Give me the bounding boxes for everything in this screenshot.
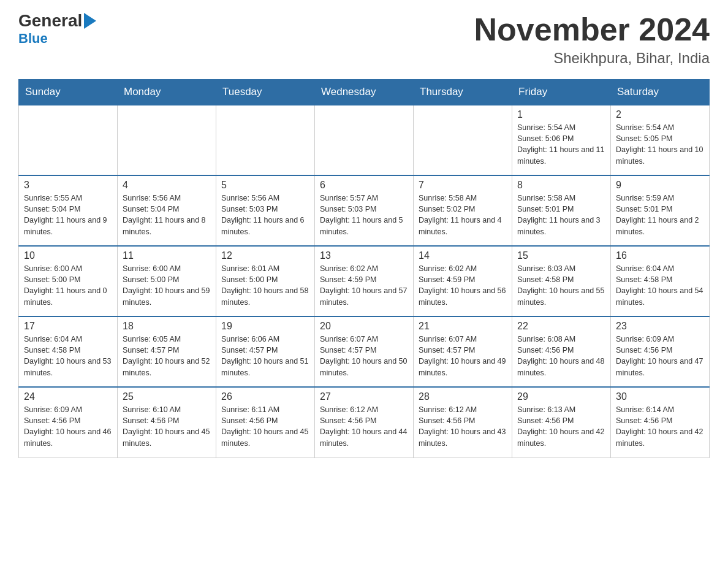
day-cell: 18Sunrise: 6:05 AM Sunset: 4:57 PM Dayli… [118, 316, 216, 387]
day-info: Sunrise: 6:01 AM Sunset: 5:00 PM Dayligh… [221, 263, 309, 308]
day-cell: 14Sunrise: 6:02 AM Sunset: 4:59 PM Dayli… [414, 246, 512, 316]
day-number: 26 [221, 391, 309, 402]
day-number: 3 [24, 180, 112, 191]
day-number: 11 [123, 250, 211, 261]
week-row-1: 1Sunrise: 5:54 AM Sunset: 5:06 PM Daylig… [19, 105, 710, 175]
day-cell: 8Sunrise: 5:58 AM Sunset: 5:01 PM Daylig… [512, 175, 611, 246]
day-info: Sunrise: 6:10 AM Sunset: 4:56 PM Dayligh… [123, 404, 211, 449]
day-cell: 6Sunrise: 5:57 AM Sunset: 5:03 PM Daylig… [315, 175, 414, 246]
day-cell: 19Sunrise: 6:06 AM Sunset: 4:57 PM Dayli… [216, 316, 315, 387]
day-number: 30 [616, 391, 704, 402]
day-header-thursday: Thursday [414, 80, 512, 105]
day-cell [19, 105, 118, 175]
day-number: 9 [616, 180, 704, 191]
day-number: 22 [517, 321, 605, 332]
day-info: Sunrise: 5:56 AM Sunset: 5:04 PM Dayligh… [123, 193, 211, 237]
day-cell [216, 105, 315, 175]
day-cell: 12Sunrise: 6:01 AM Sunset: 5:00 PM Dayli… [216, 246, 315, 316]
day-info: Sunrise: 6:12 AM Sunset: 4:56 PM Dayligh… [419, 404, 507, 449]
day-number: 18 [123, 321, 211, 332]
day-number: 21 [419, 321, 507, 332]
day-info: Sunrise: 6:13 AM Sunset: 4:56 PM Dayligh… [517, 404, 605, 449]
day-number: 6 [320, 180, 408, 191]
day-info: Sunrise: 6:04 AM Sunset: 4:58 PM Dayligh… [24, 334, 112, 378]
logo-blue-text: Blue [18, 31, 48, 47]
days-header-row: SundayMondayTuesdayWednesdayThursdayFrid… [19, 80, 710, 105]
day-cell: 21Sunrise: 6:07 AM Sunset: 4:57 PM Dayli… [414, 316, 512, 387]
day-number: 14 [419, 250, 507, 261]
day-info: Sunrise: 6:07 AM Sunset: 4:57 PM Dayligh… [320, 334, 408, 378]
day-info: Sunrise: 6:06 AM Sunset: 4:57 PM Dayligh… [221, 334, 309, 378]
day-info: Sunrise: 6:09 AM Sunset: 4:56 PM Dayligh… [616, 334, 704, 378]
day-number: 28 [419, 391, 507, 402]
location-title: Sheikhpura, Bihar, India [474, 50, 710, 67]
day-number: 12 [221, 250, 309, 261]
day-cell: 27Sunrise: 6:12 AM Sunset: 4:56 PM Dayli… [315, 387, 414, 458]
day-number: 1 [517, 109, 605, 120]
day-info: Sunrise: 5:58 AM Sunset: 5:02 PM Dayligh… [419, 193, 507, 237]
day-info: Sunrise: 6:12 AM Sunset: 4:56 PM Dayligh… [320, 404, 408, 449]
day-cell: 22Sunrise: 6:08 AM Sunset: 4:56 PM Dayli… [512, 316, 611, 387]
day-number: 20 [320, 321, 408, 332]
day-cell: 11Sunrise: 6:00 AM Sunset: 5:00 PM Dayli… [118, 246, 216, 316]
day-cell: 29Sunrise: 6:13 AM Sunset: 4:56 PM Dayli… [512, 387, 611, 458]
day-number: 23 [616, 321, 704, 332]
day-info: Sunrise: 6:11 AM Sunset: 4:56 PM Dayligh… [221, 404, 309, 449]
day-number: 8 [517, 180, 605, 191]
calendar-table: SundayMondayTuesdayWednesdayThursdayFrid… [18, 79, 710, 458]
day-cell: 23Sunrise: 6:09 AM Sunset: 4:56 PM Dayli… [611, 316, 710, 387]
day-info: Sunrise: 6:07 AM Sunset: 4:57 PM Dayligh… [419, 334, 507, 378]
day-info: Sunrise: 5:57 AM Sunset: 5:03 PM Dayligh… [320, 193, 408, 237]
day-number: 15 [517, 250, 605, 261]
day-cell: 10Sunrise: 6:00 AM Sunset: 5:00 PM Dayli… [19, 246, 118, 316]
day-number: 19 [221, 321, 309, 332]
week-row-5: 24Sunrise: 6:09 AM Sunset: 4:56 PM Dayli… [19, 387, 710, 458]
day-info: Sunrise: 6:00 AM Sunset: 5:00 PM Dayligh… [24, 263, 112, 308]
day-number: 4 [123, 180, 211, 191]
day-info: Sunrise: 6:02 AM Sunset: 4:59 PM Dayligh… [320, 263, 408, 308]
calendar-title-area: November 2024 Sheikhpura, Bihar, India [474, 12, 710, 67]
week-row-2: 3Sunrise: 5:55 AM Sunset: 5:04 PM Daylig… [19, 175, 710, 246]
day-cell: 26Sunrise: 6:11 AM Sunset: 4:56 PM Dayli… [216, 387, 315, 458]
logo-general-text: General [18, 12, 82, 29]
day-cell [315, 105, 414, 175]
day-cell: 24Sunrise: 6:09 AM Sunset: 4:56 PM Dayli… [19, 387, 118, 458]
day-info: Sunrise: 5:59 AM Sunset: 5:01 PM Dayligh… [616, 193, 704, 237]
week-row-4: 17Sunrise: 6:04 AM Sunset: 4:58 PM Dayli… [19, 316, 710, 387]
day-cell: 7Sunrise: 5:58 AM Sunset: 5:02 PM Daylig… [414, 175, 512, 246]
day-info: Sunrise: 5:55 AM Sunset: 5:04 PM Dayligh… [24, 193, 112, 237]
day-number: 5 [221, 180, 309, 191]
day-info: Sunrise: 5:58 AM Sunset: 5:01 PM Dayligh… [517, 193, 605, 237]
day-cell: 3Sunrise: 5:55 AM Sunset: 5:04 PM Daylig… [19, 175, 118, 246]
day-info: Sunrise: 6:05 AM Sunset: 4:57 PM Dayligh… [123, 334, 211, 378]
day-number: 24 [24, 391, 112, 402]
day-header-saturday: Saturday [611, 80, 710, 105]
day-info: Sunrise: 6:14 AM Sunset: 4:56 PM Dayligh… [616, 404, 704, 449]
day-cell: 17Sunrise: 6:04 AM Sunset: 4:58 PM Dayli… [19, 316, 118, 387]
day-info: Sunrise: 5:54 AM Sunset: 5:06 PM Dayligh… [517, 122, 605, 167]
day-header-monday: Monday [118, 80, 216, 105]
month-title: November 2024 [474, 12, 710, 47]
day-number: 29 [517, 391, 605, 402]
day-number: 17 [24, 321, 112, 332]
day-number: 13 [320, 250, 408, 261]
week-row-3: 10Sunrise: 6:00 AM Sunset: 5:00 PM Dayli… [19, 246, 710, 316]
day-cell [118, 105, 216, 175]
day-header-friday: Friday [512, 80, 611, 105]
day-info: Sunrise: 6:08 AM Sunset: 4:56 PM Dayligh… [517, 334, 605, 378]
day-info: Sunrise: 6:04 AM Sunset: 4:58 PM Dayligh… [616, 263, 704, 308]
day-cell: 28Sunrise: 6:12 AM Sunset: 4:56 PM Dayli… [414, 387, 512, 458]
day-cell: 30Sunrise: 6:14 AM Sunset: 4:56 PM Dayli… [611, 387, 710, 458]
day-header-sunday: Sunday [19, 80, 118, 105]
day-cell: 25Sunrise: 6:10 AM Sunset: 4:56 PM Dayli… [118, 387, 216, 458]
day-header-tuesday: Tuesday [216, 80, 315, 105]
day-info: Sunrise: 6:00 AM Sunset: 5:00 PM Dayligh… [123, 263, 211, 308]
day-cell: 13Sunrise: 6:02 AM Sunset: 4:59 PM Dayli… [315, 246, 414, 316]
logo: General Blue [18, 12, 96, 47]
page-header: General Blue November 2024 Sheikhpura, B… [18, 12, 710, 67]
day-cell: 2Sunrise: 5:54 AM Sunset: 5:05 PM Daylig… [611, 105, 710, 175]
day-number: 25 [123, 391, 211, 402]
day-cell: 16Sunrise: 6:04 AM Sunset: 4:58 PM Dayli… [611, 246, 710, 316]
day-cell: 4Sunrise: 5:56 AM Sunset: 5:04 PM Daylig… [118, 175, 216, 246]
day-cell: 9Sunrise: 5:59 AM Sunset: 5:01 PM Daylig… [611, 175, 710, 246]
